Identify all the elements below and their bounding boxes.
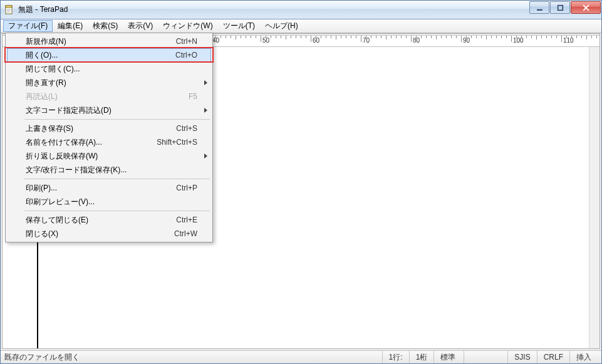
menubar-strip: ファイル(F)編集(E)検索(S)表示(V)ウィンドウ(W)ツール(T)ヘルプ(… bbox=[1, 19, 601, 33]
menu-item-label: 折り返し反映保存(W) bbox=[26, 151, 197, 162]
window-title: 無題 - TeraPad bbox=[18, 4, 529, 15]
menu-item[interactable]: 文字コード指定再読込(D) bbox=[7, 103, 211, 117]
menu-item-shortcut: Ctrl+O bbox=[175, 51, 197, 60]
minimize-button[interactable] bbox=[529, 1, 549, 14]
menu-item[interactable]: 印刷プレビュー(V)... bbox=[7, 195, 211, 209]
menu-item-shortcut: Ctrl+N bbox=[176, 37, 197, 46]
menu-item[interactable]: 上書き保存(S)Ctrl+S bbox=[7, 122, 211, 135]
app-icon bbox=[4, 5, 14, 15]
menu-item-shortcut: Shift+Ctrl+S bbox=[157, 138, 197, 147]
svg-rect-1 bbox=[6, 6, 12, 8]
menu-search[interactable]: 検索(S) bbox=[88, 19, 123, 33]
menu-item-label: 開く(O)... bbox=[26, 50, 175, 61]
status-eol: CRLF bbox=[537, 351, 569, 363]
menu-item[interactable]: 閉じる(X)Ctrl+W bbox=[7, 227, 211, 241]
status-bar: 既存のファイルを開く 1行: 1桁 標準 SJIS CRLF 挿入 bbox=[1, 350, 601, 363]
menu-item-label: 文字コード指定再読込(D) bbox=[26, 105, 197, 116]
menu-separator bbox=[24, 179, 210, 179]
menu-item-label: 文字/改行コード指定保存(K)... bbox=[26, 165, 197, 175]
status-encoding: SJIS bbox=[507, 351, 536, 363]
svg-rect-6 bbox=[558, 5, 563, 10]
app-window: 無題 - TeraPad ファイル(F)編集(E)検索(S)表示(V)ウィンドウ… bbox=[0, 0, 602, 364]
menu-item-shortcut: Ctrl+E bbox=[176, 216, 197, 224]
status-mode: 標準 bbox=[433, 351, 464, 363]
menu-item-label: 印刷(P)... bbox=[26, 183, 176, 194]
menu-item-label: 名前を付けて保存(A)... bbox=[26, 137, 157, 148]
menu-item[interactable]: 閉じて開く(C)... bbox=[7, 62, 211, 76]
menu-window[interactable]: ウィンドウ(W) bbox=[158, 19, 217, 33]
window-controls bbox=[529, 1, 601, 19]
menu-item-label: 上書き保存(S) bbox=[26, 123, 176, 134]
file-menu-dropdown: 新規作成(N)Ctrl+N開く(O)...Ctrl+O閉じて開く(C)...開き… bbox=[5, 33, 213, 242]
menu-item-label: 開き直す(R) bbox=[26, 78, 197, 88]
menu-item[interactable]: 新規作成(N)Ctrl+N bbox=[7, 34, 211, 48]
menu-separator bbox=[24, 211, 210, 211]
menu-item-label: 保存して閉じる(E) bbox=[26, 215, 176, 226]
submenu-arrow-icon bbox=[204, 153, 207, 159]
menu-item-shortcut: Ctrl+P bbox=[176, 184, 197, 192]
menu-file[interactable]: ファイル(F) bbox=[3, 20, 53, 32]
submenu-arrow-icon bbox=[204, 80, 207, 85]
status-insert-mode: 挿入 bbox=[569, 351, 598, 363]
close-button[interactable] bbox=[571, 1, 601, 14]
vertical-scrollbar[interactable] bbox=[589, 47, 599, 348]
menu-edit[interactable]: 編集(E) bbox=[53, 19, 88, 33]
menu-item-label: 新規作成(N) bbox=[26, 36, 176, 47]
maximize-button[interactable] bbox=[550, 1, 570, 14]
menu-item[interactable]: 名前を付けて保存(A)...Shift+Ctrl+S bbox=[7, 135, 211, 149]
menu-separator bbox=[24, 119, 210, 120]
menu-item-shortcut: Ctrl+S bbox=[176, 124, 197, 133]
menu-view[interactable]: 表示(V) bbox=[123, 19, 158, 33]
status-help-text: 既存のファイルを開く bbox=[4, 352, 382, 363]
titlebar: 無題 - TeraPad bbox=[1, 1, 601, 19]
menu-item[interactable]: 折り返し反映保存(W) bbox=[7, 149, 211, 163]
menu-tool[interactable]: ツール(T) bbox=[218, 19, 260, 33]
menu-item[interactable]: 印刷(P)...Ctrl+P bbox=[7, 181, 211, 195]
submenu-arrow-icon bbox=[204, 108, 207, 113]
menu-item-label: 閉じて開く(C)... bbox=[26, 64, 197, 75]
menu-item[interactable]: 開き直す(R) bbox=[7, 76, 211, 90]
menu-item-shortcut: Ctrl+W bbox=[174, 229, 197, 238]
menu-item-shortcut: F5 bbox=[189, 92, 197, 101]
menu-help[interactable]: ヘルプ(H) bbox=[260, 19, 303, 33]
status-line: 1行: bbox=[382, 351, 409, 363]
menubar: ファイル(F)編集(E)検索(S)表示(V)ウィンドウ(W)ツール(T)ヘルプ(… bbox=[1, 19, 303, 33]
menu-item-label: 閉じる(X) bbox=[26, 229, 174, 239]
status-spacer bbox=[464, 351, 507, 363]
menu-item[interactable]: 文字/改行コード指定保存(K)... bbox=[7, 163, 211, 177]
status-col: 1桁 bbox=[409, 351, 434, 363]
menu-item-label: 印刷プレビュー(V)... bbox=[26, 197, 197, 207]
menu-item: 再読込(L)F5 bbox=[7, 90, 211, 103]
menu-item[interactable]: 開く(O)...Ctrl+O bbox=[7, 48, 211, 62]
menu-item[interactable]: 保存して閉じる(E)Ctrl+E bbox=[7, 213, 211, 227]
menu-item-label: 再読込(L) bbox=[26, 91, 189, 102]
